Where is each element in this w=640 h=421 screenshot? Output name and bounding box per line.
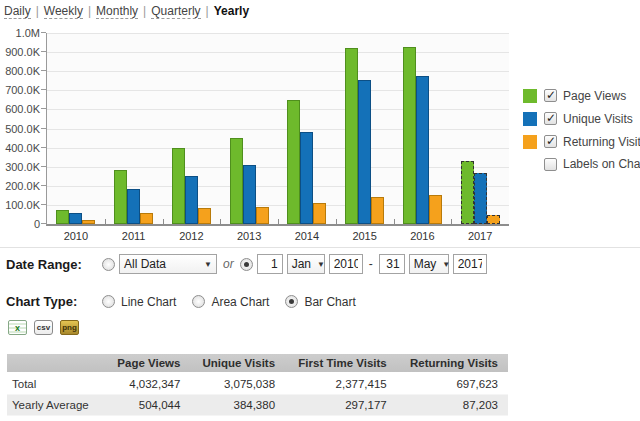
summary-table: Page ViewsUnique VisitsFirst Time Visits… <box>7 354 508 416</box>
bar-unique-visits-2017[interactable] <box>474 173 487 224</box>
y-axis-label: 1.0M <box>0 27 40 39</box>
y-axis-label: 100.0K <box>0 199 40 211</box>
gridline <box>47 109 509 110</box>
bar-page-views-2012[interactable] <box>172 148 185 224</box>
bar-page-views-2013[interactable] <box>230 138 243 224</box>
bar-unique-visits-2014[interactable] <box>300 132 313 224</box>
bar-page-views-2014[interactable] <box>287 100 300 224</box>
chart-type-label: Chart Type: <box>6 294 102 309</box>
divider <box>0 247 640 248</box>
y-axis-label: 200.0K <box>0 180 40 192</box>
y-axis-label: 400.0K <box>0 142 40 154</box>
export-csv-icon[interactable]: csv <box>34 320 53 335</box>
table-header: Page Views <box>106 354 190 373</box>
nav-quarterly[interactable]: Quarterly <box>151 4 200 19</box>
y-axis-tick <box>41 204 46 205</box>
chevron-down-icon: ▼ <box>204 260 212 269</box>
bar-unique-visits-2011[interactable] <box>127 189 140 224</box>
date-range-row: Date Range: All Data ▼ or Jan ▼ - May ▼ <box>6 254 487 274</box>
x-axis-tick <box>220 219 221 224</box>
bar-page-views-2016[interactable] <box>403 47 416 224</box>
end-year-input[interactable] <box>453 254 487 274</box>
legend-label: Returning Visits <box>563 135 640 149</box>
bar-page-views-2017[interactable] <box>461 161 474 224</box>
y-axis-label: 900.0K <box>0 46 40 58</box>
bar-returning-visits-2017[interactable] <box>487 215 500 224</box>
gridline <box>47 129 509 130</box>
table-cell: 297,177 <box>285 395 397 416</box>
bar-unique-visits-2012[interactable] <box>185 176 198 224</box>
bar-page-views-2015[interactable] <box>345 48 358 224</box>
nav-separator: | <box>206 4 209 18</box>
bar-unique-visits-2016[interactable] <box>416 76 429 224</box>
table-cell: 4,032,347 <box>106 373 190 395</box>
bar-returning-visits-2016[interactable] <box>429 195 442 224</box>
start-month-select[interactable]: Jan ▼ <box>287 254 325 274</box>
legend-checkbox-returning-visits[interactable] <box>544 135 557 148</box>
chart-type-option: Area Chart <box>192 295 269 309</box>
bar-unique-visits-2015[interactable] <box>358 80 371 224</box>
y-axis-label: 700.0K <box>0 84 40 96</box>
labels-on-chart-label: Labels on Chart <box>563 157 640 171</box>
x-axis-tick <box>394 219 395 224</box>
y-axis-tick <box>41 89 46 90</box>
custom-range-radio[interactable] <box>240 258 253 271</box>
bar-page-views-2010[interactable] <box>56 210 69 224</box>
y-axis-label: 0 <box>0 218 40 230</box>
line-chart-radio[interactable] <box>102 295 115 308</box>
bar-page-views-2011[interactable] <box>114 170 127 224</box>
chevron-down-icon: ▼ <box>317 260 325 269</box>
start-day-input[interactable] <box>257 254 283 274</box>
y-axis-label: 500.0K <box>0 123 40 135</box>
labels-on-chart-row: Labels on Chart <box>544 157 640 171</box>
date-range-separator: - <box>369 257 373 271</box>
table-cell: 2,377,415 <box>285 373 397 395</box>
all-data-radio[interactable] <box>102 258 115 271</box>
or-text: or <box>223 257 234 271</box>
bar-returning-visits-2015[interactable] <box>371 197 384 224</box>
bar-returning-visits-2012[interactable] <box>198 208 211 224</box>
end-day-input[interactable] <box>379 254 405 274</box>
legend-swatch-page-views <box>523 89 537 103</box>
y-axis-label: 600.0K <box>0 103 40 115</box>
nav-yearly[interactable]: Yearly <box>214 4 249 18</box>
nav-daily[interactable]: Daily <box>4 4 31 19</box>
y-axis-tick <box>41 147 46 148</box>
legend-checkbox-page-views[interactable] <box>544 89 557 102</box>
export-xls-icon[interactable]: x <box>8 320 27 335</box>
legend-swatch-returning-visits <box>523 135 537 149</box>
table-header: Unique Visits <box>190 354 285 373</box>
x-axis-tick <box>451 219 452 224</box>
bar-unique-visits-2013[interactable] <box>243 165 256 224</box>
area-chart-radio[interactable] <box>192 295 205 308</box>
end-month-select[interactable]: May ▼ <box>409 254 449 274</box>
nav-monthly[interactable]: Monthly <box>96 4 138 19</box>
y-axis-label: 800.0K <box>0 65 40 77</box>
date-range-label: Date Range: <box>6 257 102 272</box>
bar-returning-visits-2013[interactable] <box>256 207 269 224</box>
x-axis-tick <box>105 219 106 224</box>
y-axis-tick <box>41 108 46 109</box>
bar-returning-visits-2011[interactable] <box>140 213 153 224</box>
bar-unique-visits-2010[interactable] <box>69 213 82 224</box>
labels-on-chart-checkbox[interactable] <box>544 158 557 171</box>
legend-label: Unique Visits <box>563 112 633 126</box>
x-axis-label: 2015 <box>336 230 394 242</box>
start-year-input[interactable] <box>329 254 363 274</box>
bar-chart-label: Bar Chart <box>304 295 355 309</box>
bar-returning-visits-2014[interactable] <box>313 203 326 224</box>
chart-type-row: Chart Type: Line ChartArea ChartBar Char… <box>6 294 372 309</box>
all-data-select-value: All Data <box>124 257 166 271</box>
bar-returning-visits-2010[interactable] <box>82 220 95 224</box>
nav-weekly[interactable]: Weekly <box>44 4 83 19</box>
y-axis-tick <box>41 32 46 33</box>
legend-item: Page Views <box>523 84 640 107</box>
y-axis-tick <box>41 70 46 71</box>
bar-chart-radio[interactable] <box>285 295 298 308</box>
nav-separator: | <box>36 4 39 18</box>
all-data-select[interactable]: All Data ▼ <box>119 254 217 274</box>
nav-separator: | <box>88 4 91 18</box>
export-png-icon[interactable]: png <box>60 320 79 335</box>
row-label: Total <box>7 373 106 395</box>
legend-checkbox-unique-visits[interactable] <box>544 112 557 125</box>
